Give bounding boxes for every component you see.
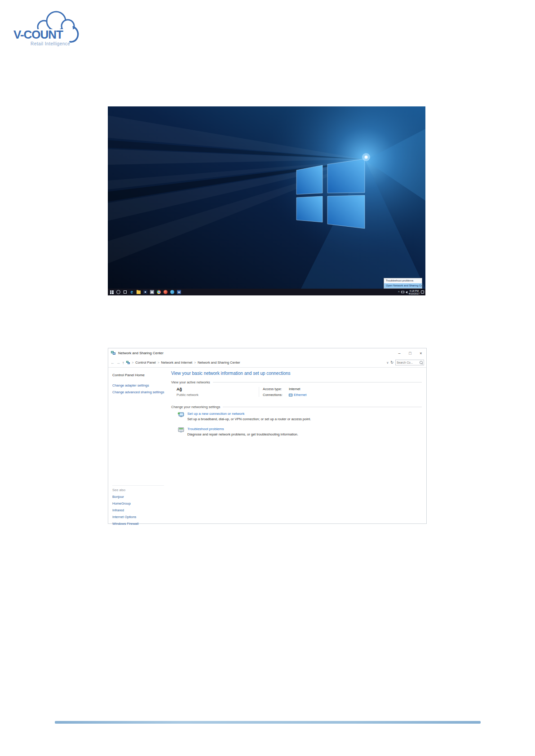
window-body: Control Panel Home Change adapter settin… [108,368,426,524]
connections-label: Connections: [263,393,289,397]
connections-row: Connections: Ethernet [263,393,306,397]
file-explorer-icon[interactable] [136,290,141,294]
see-also-homegroup[interactable]: HomeGroup [112,501,164,505]
active-network-row: Ağ Public network Access type: Internet … [171,387,422,397]
see-also-infrared[interactable]: Infrared [112,508,164,512]
access-type-label: Access type: [263,387,289,391]
see-also-bonjour[interactable]: Bonjour [112,495,164,499]
sidebar-item-change-advanced-sharing[interactable]: Change advanced sharing settings [112,390,167,394]
navigation-toolbar: ← → ↑ > Control Panel > Network and Inte… [108,358,426,368]
active-networks-label: View your active networks [171,380,210,384]
edge-icon[interactable]: e [129,290,134,294]
tray-clock[interactable]: 4:18 PM 4/10/2017 [409,290,420,295]
breadcrumb-network-and-sharing-center[interactable]: Network and Sharing Center [198,360,240,365]
see-also-internet-options[interactable]: Internet Options [112,515,164,519]
logo-brand-text: V-COUNT [13,28,63,42]
taskbar: e W ^ 4:18 PM 4/10/2017 [108,289,425,295]
toolbar-right: ∨ ↻ [386,360,424,365]
browser-icon[interactable] [163,290,168,294]
see-also-section: See also Bonjour HomeGroup Infrared Inte… [112,485,164,528]
back-icon[interactable]: ← [111,360,115,365]
troubleshoot-icon [177,427,185,433]
minimize-button[interactable]: – [394,348,405,358]
maximize-button[interactable]: □ [405,348,416,358]
setup-connection-description: Set up a broadband, dial-up, or VPN conn… [187,417,311,421]
up-icon[interactable]: ↑ [122,360,124,365]
network-sharing-center-window: Network and Sharing Center – □ × ← → ↑ >… [108,348,427,524]
sidebar-item-control-panel-home[interactable]: Control Panel Home [112,373,167,377]
start-icon[interactable] [109,290,114,294]
logo-tagline: Retail Intelligence [31,41,70,46]
tray-context-menu: Troubleshoot problems Open Network and S… [384,278,422,289]
access-type-row: Access type: Internet [263,387,306,391]
search-icon[interactable] [116,290,121,294]
network-details: Access type: Internet Connections: Ether… [259,387,306,397]
connection-value: Ethernet [289,393,306,397]
troubleshoot-item: Troubleshoot problems Diagnose and repai… [171,427,422,436]
search-box [395,360,424,365]
window-titlebar: Network and Sharing Center – □ × [108,348,426,358]
breadcrumb: > Control Panel > Network and Internet >… [132,360,240,365]
section-divider [223,407,422,407]
close-button[interactable]: × [416,348,426,358]
setup-connection-item: Set up a new connection or network Set u… [171,412,422,421]
menu-item-open-network-sharing-center[interactable]: Open Network and Sharing Center [384,283,422,288]
troubleshoot-link[interactable]: Troubleshoot problems [187,427,298,431]
task-view-icon[interactable] [123,290,128,294]
setting-texts: Set up a new connection or network Set u… [187,412,311,421]
setup-connection-link[interactable]: Set up a new connection or network [187,412,311,416]
magnifier-icon[interactable] [420,361,423,364]
network-name: Ağ [177,387,259,391]
menu-item-troubleshoot[interactable]: Troubleshoot problems [384,278,422,283]
setting-texts: Troubleshoot problems Diagnose and repai… [187,427,298,436]
ethernet-icon [289,394,292,396]
active-networks-section-header: View your active networks [171,380,422,384]
search-input[interactable] [397,361,420,364]
store-icon[interactable] [143,290,148,294]
chevron-right-icon: > [132,361,134,364]
see-also-header: See also [112,488,164,492]
section-divider [213,382,422,382]
window-controls: – □ × [394,348,426,358]
network-sharing-center-icon [111,351,116,355]
breadcrumb-network-and-internet[interactable]: Network and Internet [161,360,193,365]
address-dropdown-icon[interactable]: ∨ [386,361,389,365]
see-also-windows-firewall[interactable]: Windows Firewall [112,522,164,526]
windows-hero-wallpaper [108,106,425,289]
tray-chevron-icon[interactable]: ^ [398,290,399,294]
tray-volume-icon[interactable] [406,291,407,294]
sidebar-item-change-adapter-settings[interactable]: Change adapter settings [112,383,167,387]
forward-icon[interactable]: → [116,360,120,365]
chrome-icon[interactable] [156,290,161,294]
window-title: Network and Sharing Center [118,351,164,355]
network-identity: Ağ Public network [171,387,259,397]
page-title: View your basic network information and … [171,371,422,376]
network-type: Public network [177,393,259,397]
breadcrumb-control-panel[interactable]: Control Panel [135,360,155,365]
ethernet-link[interactable]: Ethernet [294,393,306,397]
vcount-logo: V-COUNT Retail Intelligence [13,8,84,53]
networking-settings-label: Change your networking settings [171,405,220,409]
word-icon[interactable]: W [177,290,181,294]
chevron-right-icon: > [194,361,196,364]
chevron-right-icon: > [158,361,159,364]
app-window-icon[interactable] [150,290,155,294]
tray-network-icon[interactable] [401,291,404,293]
control-panel-sidebar: Control Panel Home Change adapter settin… [108,368,168,524]
system-tray: ^ 4:18 PM 4/10/2017 [398,290,424,295]
troubleshoot-description: Diagnose and repair network problems, or… [187,432,298,436]
access-type-value: Internet [289,387,300,391]
networking-settings-section-header: Change your networking settings [171,405,422,409]
windows-desktop-screenshot: Troubleshoot problems Open Network and S… [108,106,425,295]
tray-date: 4/10/2017 [409,292,420,295]
action-center-icon[interactable] [421,290,424,294]
refresh-icon[interactable]: ↻ [390,360,394,365]
skype-icon[interactable] [170,290,175,294]
main-pane: View your basic network information and … [168,368,426,524]
page-footer-rule [55,721,481,724]
breadcrumb-app-icon [126,361,130,365]
new-connection-icon [177,412,185,418]
